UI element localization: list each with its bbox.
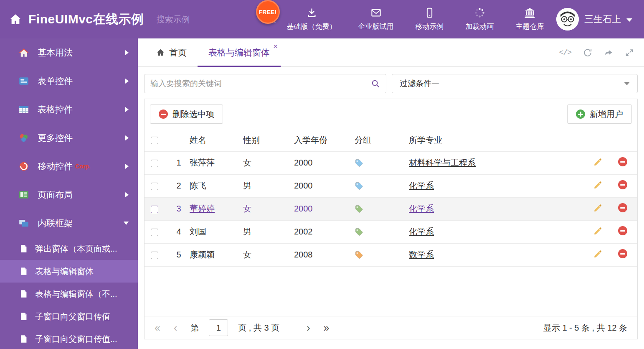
button-label: 新增用户 — [590, 109, 623, 120]
edit-icon[interactable] — [593, 249, 603, 259]
brand[interactable]: FineUIMvc在线示例 — [0, 11, 144, 28]
table-row[interactable]: 4 刘国 男 2002 化学系 — [145, 220, 637, 243]
page-number-input[interactable] — [209, 319, 228, 336]
search-icon[interactable] — [371, 79, 380, 88]
sidebar-item-page-layout[interactable]: 页面布局 — [0, 181, 138, 209]
source-code-icon[interactable]: </> — [559, 48, 571, 57]
sidebar-subitem-child-to-parent[interactable]: 子窗口向父窗口传值 — [0, 305, 138, 328]
edit-icon[interactable] — [593, 180, 603, 190]
sidebar-item-inline-frame[interactable]: 内联框架 — [0, 209, 138, 237]
row-checkbox[interactable] — [151, 252, 158, 259]
row-checkbox[interactable] — [151, 183, 158, 190]
sidebar-item-label: 页面布局 — [38, 189, 73, 201]
column-header-major[interactable]: 所学专业 — [407, 129, 587, 151]
page-label-suffix: 页 , 共 3 页 — [238, 322, 279, 334]
delete-icon[interactable] — [618, 203, 627, 212]
add-user-button[interactable]: 新增用户 — [567, 104, 632, 124]
app-header: FineUIMvc在线示例 FREE! 基础版（免费） 企业版试用 移动示例 — [0, 0, 644, 38]
close-icon[interactable]: × — [273, 42, 278, 50]
table-icon — [18, 104, 29, 115]
major-link[interactable]: 化学系 — [409, 181, 434, 190]
column-header-year[interactable]: 入学年份 — [292, 129, 353, 151]
chevron-right-icon — [125, 164, 129, 169]
sidebar-subitem-popup-window[interactable]: 弹出窗体（本页面或... — [0, 237, 138, 260]
edit-icon[interactable] — [593, 226, 603, 236]
cell-year: 2000 — [292, 151, 353, 174]
delete-icon[interactable] — [618, 180, 627, 189]
tag-icon — [355, 204, 407, 213]
nav-mobile-demo[interactable]: 移动示例 — [416, 7, 444, 31]
sidebar-item-label: 更多控件 — [38, 132, 73, 144]
sidebar-item-mobile-controls[interactable]: 移动控件 Corp. — [0, 152, 138, 181]
delete-icon[interactable] — [618, 157, 627, 166]
file-icon — [19, 244, 28, 253]
first-page-button[interactable]: « — [155, 323, 160, 333]
table-row[interactable]: 2 陈飞 男 2000 化学系 — [145, 174, 637, 197]
delete-selected-button[interactable]: 删除选中项 — [150, 104, 223, 124]
column-header-group[interactable]: 分组 — [353, 129, 407, 151]
tab-label: 表格与编辑窗体 — [208, 47, 270, 59]
column-header-name[interactable]: 姓名 — [188, 129, 241, 151]
major-link[interactable]: 化学系 — [409, 227, 434, 236]
sidebar-subitem-label: 子窗口向父窗口传值... — [35, 334, 117, 345]
select-all-checkbox[interactable] — [151, 137, 158, 144]
home-icon — [9, 13, 22, 25]
prev-page-button[interactable]: ‹ — [174, 323, 177, 333]
tab-home[interactable]: 首页 — [145, 38, 198, 66]
nav-label: 加载动画 — [466, 22, 494, 31]
row-checkbox[interactable] — [151, 229, 158, 236]
filter-dropdown[interactable]: 过滤条件一 — [392, 74, 638, 93]
file-icon — [19, 334, 28, 344]
sidebar-item-label: 移动控件 — [38, 160, 73, 172]
major-link[interactable]: 化学系 — [409, 204, 434, 213]
sidebar-subitem-label: 弹出窗体（本页面或... — [35, 243, 117, 255]
file-icon — [19, 289, 28, 298]
nav-theme-repo[interactable]: 主题仓库 — [516, 7, 544, 31]
divider — [293, 322, 293, 333]
cell-index: 5 — [170, 243, 188, 266]
nav-enterprise-trial[interactable]: 企业版试用 — [358, 7, 394, 31]
sidebar-item-more-controls[interactable]: 更多控件 — [0, 124, 138, 152]
caret-down-icon — [626, 18, 632, 22]
chevron-right-icon — [125, 79, 129, 84]
user-menu[interactable]: 三生石上 — [556, 8, 644, 31]
share-icon[interactable] — [604, 48, 613, 57]
delete-icon[interactable] — [618, 249, 627, 258]
table-row[interactable]: 1 张萍萍 女 2000 材料科学与工程系 — [145, 151, 637, 174]
fullscreen-icon[interactable] — [625, 48, 634, 57]
cell-index: 2 — [170, 174, 188, 197]
nav-loading-animation[interactable]: 加载动画 — [466, 7, 494, 31]
edit-icon[interactable] — [593, 203, 603, 213]
row-checkbox[interactable] — [151, 160, 158, 167]
cell-year: 2002 — [292, 220, 353, 243]
nav-basic-free[interactable]: FREE! 基础版（免费） — [287, 7, 337, 31]
sidebar: 基本用法 表单控件 表格控件 更多控件 移动控件 Corp. 页面布局 内联框架… — [0, 38, 138, 349]
tab-actions: </> — [559, 38, 634, 66]
major-link[interactable]: 数学系 — [409, 250, 434, 259]
column-header-gender[interactable]: 性别 — [241, 129, 292, 151]
sidebar-subitem-child-to-parent-2[interactable]: 子窗口向父窗口传值... — [0, 328, 138, 349]
sidebar-subitem-grid-edit-window-2[interactable]: 表格与编辑窗体（不... — [0, 283, 138, 305]
sidebar-item-basic-usage[interactable]: 基本用法 — [0, 38, 138, 67]
pagination-bar: « ‹ 第 页 , 共 3 页 › » 显示 1 - 5 条 , 共 12 条 — [145, 316, 637, 339]
keyword-search-input[interactable] — [150, 79, 371, 88]
edit-icon[interactable] — [593, 157, 603, 167]
table-row-selected[interactable]: 3 董婷婷 女 2000 化学系 — [145, 197, 637, 220]
button-label: 删除选中项 — [172, 109, 214, 120]
sidebar-item-grid-controls[interactable]: 表格控件 — [0, 95, 138, 124]
sidebar-item-form-controls[interactable]: 表单控件 — [0, 67, 138, 95]
sidebar-item-label: 表格控件 — [38, 104, 73, 115]
row-checkbox[interactable] — [151, 206, 158, 213]
last-page-button[interactable]: » — [323, 323, 329, 333]
refresh-icon[interactable] — [583, 48, 592, 57]
major-link[interactable]: 材料科学与工程系 — [409, 158, 476, 167]
header-search-input[interactable] — [157, 15, 267, 24]
table-row[interactable]: 5 康颖颖 女 2008 数学系 — [145, 243, 637, 266]
chevron-down-icon — [124, 222, 129, 225]
sidebar-subitem-grid-edit-window[interactable]: 表格与编辑窗体 — [0, 260, 138, 283]
home-icon — [156, 48, 165, 57]
next-page-button[interactable]: › — [307, 323, 310, 333]
tab-grid-edit-window[interactable]: 表格与编辑窗体 × — [198, 38, 281, 66]
delete-icon[interactable] — [618, 226, 627, 235]
cell-name: 董婷婷 — [188, 197, 241, 220]
